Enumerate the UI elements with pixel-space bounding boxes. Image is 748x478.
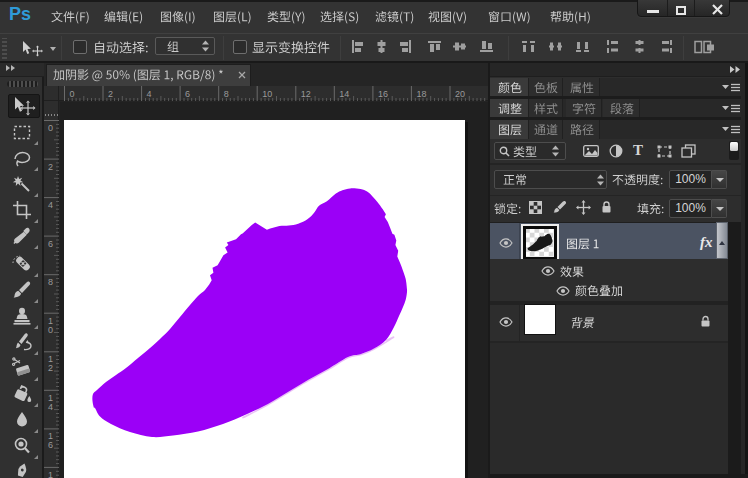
svg-text:1: 1 (48, 470, 53, 478)
svg-text:4: 4 (48, 402, 53, 412)
svg-text:6: 6 (48, 440, 53, 450)
svg-text:4: 4 (147, 89, 152, 99)
svg-text:8: 8 (224, 89, 229, 99)
svg-text:12: 12 (301, 89, 311, 99)
svg-text:20: 20 (455, 89, 465, 99)
svg-text:6: 6 (48, 239, 53, 249)
svg-text:16: 16 (378, 89, 388, 99)
svg-text:0: 0 (70, 89, 75, 99)
svg-text:10: 10 (262, 89, 272, 99)
svg-text:8: 8 (48, 277, 53, 287)
svg-text:2: 2 (48, 363, 53, 373)
svg-text:4: 4 (48, 200, 53, 210)
svg-text:0: 0 (48, 325, 53, 335)
svg-text:0: 0 (48, 123, 53, 133)
svg-text:2: 2 (48, 162, 53, 172)
svg-text:18: 18 (416, 89, 426, 99)
svg-text:2: 2 (108, 89, 113, 99)
svg-text:14: 14 (339, 89, 349, 99)
svg-text:6: 6 (185, 89, 190, 99)
